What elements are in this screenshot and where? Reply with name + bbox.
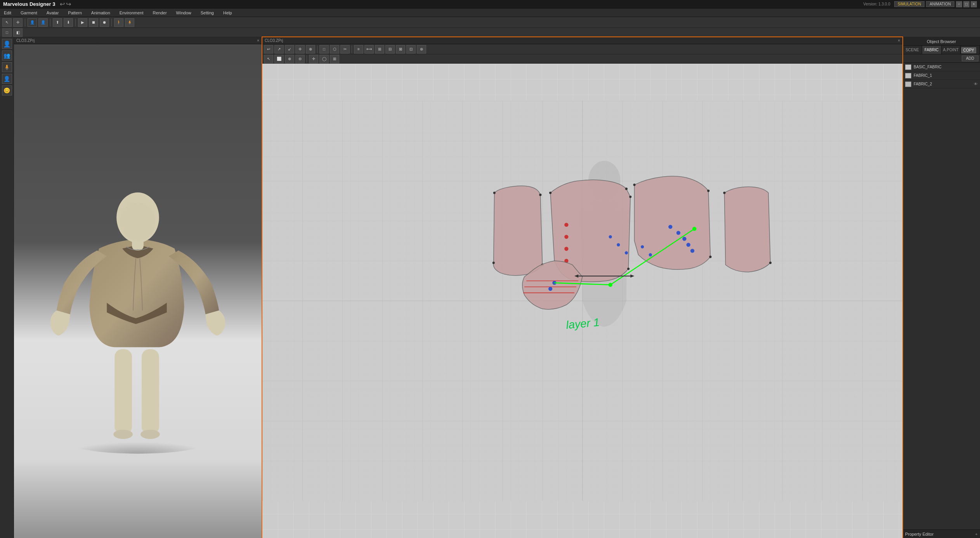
animation-button[interactable]: ANIMATION: [926, 1, 954, 7]
move-tool[interactable]: ✛: [13, 18, 23, 27]
pattern-tool-10[interactable]: ⟷: [364, 45, 374, 54]
menu-avatar[interactable]: Avatar: [45, 10, 61, 16]
pattern-toolbar: ↩ ↗ ↙ ✛ ⊕ □ ⬡ ✂ ≡ ⟷ ⊞ ⊟ ⊠ ⊡ ⊛: [262, 44, 902, 54]
avatar-btn-5[interactable]: 😊: [2, 85, 12, 95]
avatar-btn-4[interactable]: 👤: [2, 74, 12, 84]
avatar-tool-1[interactable]: 👤: [28, 18, 37, 27]
pattern-svg: layer 1: [262, 64, 902, 538]
viewport-pattern-close[interactable]: ×: [898, 38, 900, 43]
figure-btn-2[interactable]: 🧍: [125, 18, 134, 27]
svg-rect-2: [142, 349, 159, 434]
select-tool[interactable]: ↖: [2, 18, 12, 27]
tab-scene[interactable]: SCENE: [903, 46, 922, 54]
pattern-select-tool[interactable]: ↩: [264, 45, 273, 54]
pattern-tool2-2[interactable]: ⬜: [274, 55, 284, 63]
pattern-tool-4[interactable]: ✛: [295, 45, 305, 54]
pattern-tool2-1[interactable]: ↖: [264, 55, 273, 63]
viewport-3d-close[interactable]: ×: [257, 38, 259, 43]
garment-tool-1[interactable]: ⬆: [53, 18, 62, 27]
secondary-tool-1[interactable]: □: [2, 28, 12, 37]
pattern-toolbar-2: ↖ ⬜ ⊕ ⊖ ✛ ◯ ⊞: [262, 54, 902, 64]
svg-point-7: [120, 202, 155, 241]
fabric-item-2[interactable]: FABRIC_2 👁: [903, 80, 980, 89]
fabric-item-1[interactable]: FABRIC_1: [903, 71, 980, 80]
pattern-tool2-4[interactable]: ⊖: [295, 55, 305, 63]
copy-badge[interactable]: COPY: [961, 47, 976, 53]
menu-animation[interactable]: Animation: [90, 10, 112, 16]
svg-point-53: [641, 245, 644, 248]
pattern-tool-13[interactable]: ⊠: [396, 45, 405, 54]
menu-edit[interactable]: Edit: [2, 10, 13, 16]
pattern-tool-5[interactable]: ⊕: [306, 45, 315, 54]
minimize-button[interactable]: −: [956, 1, 962, 7]
fabric-label-basic: BASIC_FABRIC: [914, 65, 978, 69]
avatar-btn-3[interactable]: 🧍: [2, 62, 12, 72]
svg-point-39: [769, 262, 772, 264]
svg-point-25: [629, 196, 631, 198]
undo-icon[interactable]: ↩: [60, 0, 65, 8]
menu-garment[interactable]: Garment: [19, 10, 39, 16]
pattern-tool2-5[interactable]: ✛: [309, 55, 318, 63]
avatar-btn-2[interactable]: 👥: [2, 50, 12, 61]
svg-point-29: [682, 237, 686, 241]
close-button[interactable]: ×: [971, 1, 977, 7]
svg-point-34: [692, 227, 696, 231]
pattern-tool-15[interactable]: ⊛: [417, 45, 426, 54]
garment-tool-2[interactable]: ⬇: [64, 18, 73, 27]
pattern-tool2-7[interactable]: ⊞: [330, 55, 339, 63]
svg-point-18: [493, 262, 495, 264]
svg-point-23: [549, 192, 552, 194]
pattern-tool-8[interactable]: ✂: [340, 45, 350, 54]
pattern-tool-6[interactable]: □: [319, 45, 329, 54]
tab-fabric[interactable]: FABRIC: [922, 46, 942, 54]
svg-point-0: [68, 430, 208, 454]
svg-point-27: [668, 225, 672, 229]
fabric-item-basic[interactable]: BASIC_FABRIC: [903, 63, 980, 71]
simulation-button[interactable]: SIMULATION: [894, 1, 924, 7]
avatar-btn-1[interactable]: 👤: [2, 39, 12, 49]
figure-btn-1[interactable]: 🚶: [114, 18, 123, 27]
app-logo: Marvelous Designer 3: [3, 1, 55, 7]
menu-render[interactable]: Render: [151, 10, 168, 16]
right-panel-spacer: [903, 89, 980, 529]
redo-icon[interactable]: ↪: [66, 0, 71, 8]
svg-point-26: [627, 267, 630, 270]
svg-point-52: [625, 251, 628, 254]
maximize-button[interactable]: □: [963, 1, 970, 7]
pattern-tool-7[interactable]: ⬡: [330, 45, 339, 54]
record-btn[interactable]: ⏺: [100, 18, 109, 27]
pattern-tool-12[interactable]: ⊟: [385, 45, 395, 54]
pattern-tool2-6[interactable]: ◯: [319, 55, 329, 63]
pattern-tool-2[interactable]: ↗: [274, 45, 284, 54]
stop-btn[interactable]: ⏹: [89, 18, 98, 27]
right-panel: Object Browser SCENE FABRIC A.POINT A.PI…: [902, 37, 980, 538]
simulate-btn[interactable]: ▶: [78, 18, 87, 27]
menu-environment[interactable]: Environment: [118, 10, 145, 16]
pattern-tool2-3[interactable]: ⊕: [285, 55, 294, 63]
pattern-tool-14[interactable]: ⊡: [406, 45, 416, 54]
fabric-label-2: FABRIC_2: [914, 82, 971, 86]
viewport-pattern-title: CLO3.ZPrj: [265, 38, 283, 43]
viewport-3d-title: CLO3.ZPrj: [16, 38, 35, 43]
pattern-tool-9[interactable]: ≡: [354, 45, 363, 54]
menu-setting[interactable]: Setting: [199, 10, 215, 16]
avatar-tool-2[interactable]: 👤: [38, 18, 48, 27]
secondary-tool-2[interactable]: ◧: [13, 28, 23, 37]
pattern-canvas: layer 1: [262, 64, 902, 538]
viewport-3d-content: [14, 44, 262, 538]
svg-point-38: [723, 192, 725, 194]
main-content: 👤 👥 🧍 👤 😊 CLO3.ZPrj ×: [0, 37, 980, 538]
pattern-tool-3[interactable]: ↙: [285, 45, 294, 54]
menu-pattern[interactable]: Pattern: [66, 10, 83, 16]
svg-point-36: [707, 189, 709, 192]
add-fabric-button[interactable]: ADD: [962, 56, 978, 61]
svg-point-54: [649, 253, 652, 256]
menu-help[interactable]: Help: [222, 10, 234, 16]
tab-apoint[interactable]: A.POINT: [942, 46, 961, 54]
main-toolbar: ↖ ✛ 👤 👤 ⬆ ⬇ ▶ ⏹ ⏺ 🚶 🧍: [0, 17, 980, 28]
property-editor-expand-icon[interactable]: +: [975, 532, 978, 536]
fabric-swatch-2: [905, 82, 911, 87]
menu-window[interactable]: Window: [175, 10, 193, 16]
fabric-eye-2[interactable]: 👁: [974, 82, 978, 86]
pattern-tool-11[interactable]: ⊞: [375, 45, 384, 54]
